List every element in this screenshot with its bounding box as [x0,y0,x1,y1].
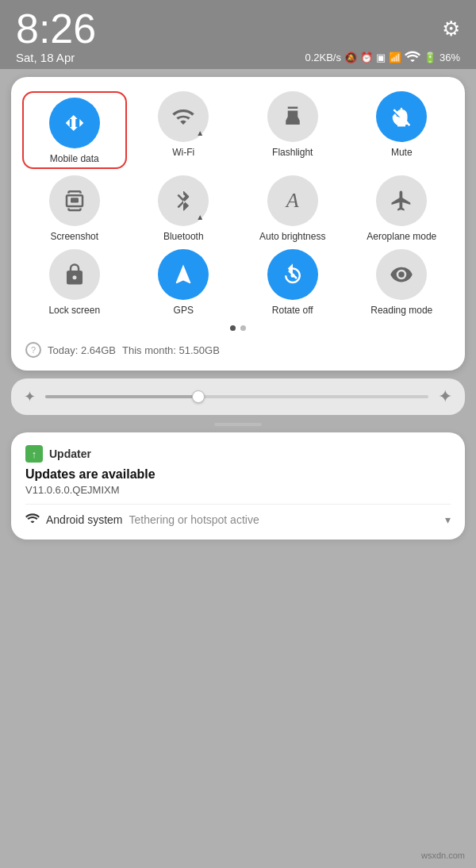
tile-aeroplane[interactable]: Aeroplane mode [350,175,455,242]
flashlight-icon [267,91,318,142]
status-bar: 8:26 ⚙ Sat, 18 Apr 0.2KB/s 🔕 ⏰ ▣ 📶 🔋 36% [0,0,476,69]
tile-mobile-data[interactable]: Mobile data [22,91,127,169]
wifi-icon: ▲ [158,91,209,142]
dot-2 [240,325,246,331]
brightness-track[interactable] [45,395,428,398]
data-usage-icon: ? [25,342,41,358]
svg-rect-0 [71,198,79,203]
watermark: wsxdn.com [421,851,465,860]
tile-flashlight[interactable]: Flashlight [240,91,345,169]
flashlight-label: Flashlight [272,147,313,158]
aeroplane-icon [376,175,427,226]
tile-rotate-off[interactable]: Rotate off [240,249,345,316]
tile-reading-mode[interactable]: Reading mode [350,249,455,316]
settings-icon[interactable]: ⚙ [442,17,460,41]
dot-1 [230,325,236,331]
tile-bluetooth[interactable]: ▲ Bluetooth [132,175,236,242]
lock-screen-label: Lock screen [48,305,100,316]
mobile-data-label: Mobile data [50,153,99,164]
quick-panel: Mobile data ▲ Wi-Fi Flashlight [11,77,465,371]
wifi-label: Wi-Fi [172,147,194,158]
brightness-low-icon: ✦ [24,388,36,405]
signal-icon: 📶 [389,52,401,63]
tile-lock-screen[interactable]: Lock screen [22,249,127,316]
alarm-icon: ⏰ [360,52,373,63]
mobile-data-icon [49,98,100,148]
notif-chevron-icon[interactable]: ▾ [445,513,451,526]
tile-mute[interactable]: Mute [350,91,455,169]
updater-notification[interactable]: ↑ Updater Updates are available V11.0.6.… [11,432,465,540]
notif-header: ↑ Updater [25,445,451,463]
aeroplane-label: Aeroplane mode [367,231,436,242]
brightness-fill [45,395,198,398]
notif-body: V11.0.6.0.QEJMIXM [25,484,451,496]
gps-label: GPS [174,305,194,316]
data-usage-row: ? Today: 2.64GB This month: 51.50GB [22,337,454,359]
screenshot-label: Screenshot [50,231,98,242]
brightness-bar[interactable]: ✦ ✦ [11,378,465,415]
brightness-thumb[interactable] [192,390,205,403]
gps-icon [158,249,209,300]
bluetooth-icon: ▲ [158,175,209,226]
tethering-text: Tethering or hotspot active [129,513,259,526]
bluetooth-arrow: ▲ [196,213,204,221]
clock: 8:26 [16,8,96,49]
rotate-icon [267,249,318,300]
notif-divider [25,504,451,505]
rotate-off-label: Rotate off [272,305,313,316]
notif-secondary[interactable]: Android system Tethering or hotspot acti… [25,513,451,527]
tile-gps[interactable]: GPS [132,249,236,316]
status-icons: 0.2KB/s 🔕 ⏰ ▣ 📶 🔋 36% [305,51,460,64]
auto-brightness-label: Auto brightness [259,231,325,242]
reading-mode-label: Reading mode [370,305,432,316]
tile-wifi[interactable]: ▲ Wi-Fi [132,91,236,169]
android-system-label: Android system [46,513,122,526]
bluetooth-label: Bluetooth [163,231,204,242]
battery-icon: 🔋 [424,52,436,63]
today-usage: Today: 2.64GB [48,344,116,356]
auto-brightness-icon: A [267,175,318,226]
scroll-indicator [0,423,476,426]
scroll-handle [214,423,262,426]
updater-app-name: Updater [49,447,91,460]
sim-icon: ▣ [376,52,386,63]
lock-icon [49,249,100,300]
date: Sat, 18 Apr [16,51,75,64]
speed-indicator: 0.2KB/s [305,52,341,63]
updater-icon: ↑ [25,445,43,463]
month-usage: This month: 51.50GB [122,344,220,356]
tile-screenshot[interactable]: Screenshot [22,175,127,242]
mute-label: Mute [391,147,413,158]
wifi-arrow: ▲ [196,129,204,137]
screenshot-icon [49,175,100,226]
tile-auto-brightness[interactable]: A Auto brightness [240,175,345,242]
wifi-status-icon [405,51,420,64]
brightness-high-icon: ✦ [438,386,452,407]
android-system-icon [25,513,40,527]
mute-icon: 🔕 [344,52,357,63]
tiles-grid: Mobile data ▲ Wi-Fi Flashlight [22,91,454,316]
mute-tile-icon [376,91,427,142]
battery-percent: 36% [440,52,460,63]
reading-mode-icon [376,249,427,300]
notif-title: Updates are available [25,467,451,482]
pagination-dots [22,325,454,331]
